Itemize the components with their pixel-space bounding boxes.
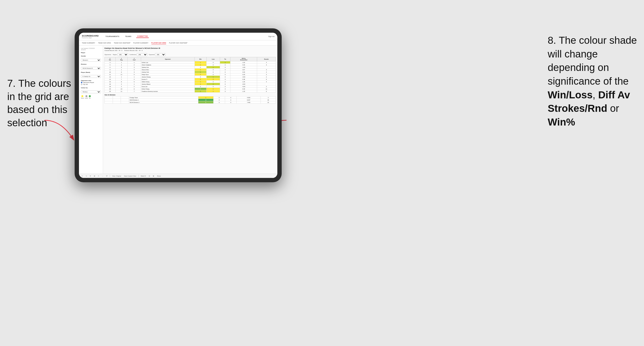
sidebar: Last Updated: 27/03/2024 16:55:38 Player… [79,46,103,173]
filter-conference-label: Conference [130,54,136,55]
legend-down: Down [81,95,84,99]
annotation-right: 8. The colour shade will change dependin… [548,34,639,129]
legend: Down Level Up [81,95,101,99]
col-opponent: Opponent [141,57,194,61]
sidebar-player-rank-label: Player (Rank) [81,72,101,73]
col-conf: #Conf [127,57,141,61]
filter-row: Opponents: Region (All) Conference (All) [104,53,276,56]
logo-area: SCOREBOARD Powered by clippd [82,35,99,38]
table-row: Foreign Team1004.5002 [105,96,276,99]
filter-opponent-label: Opponent [149,54,154,55]
sidebar-player-section: Player [81,52,101,53]
table-row: 1822Euna Lee000-5.002 [105,85,276,88]
table-row: 1621Jessica Mason120-0.94 [105,83,276,85]
col-div: #Div [105,57,116,61]
sidebar-timestamp: Last Updated: 27/03/2024 16:55:38 [81,48,101,50]
sidebar-player-rank-select[interactable]: 8. Katelyn Vo [81,75,101,78]
radio-dot-top100 [81,84,82,85]
table-row: 1474Eunice Yi2200.389 [105,78,276,81]
legend-level: Level [85,95,88,99]
filter-conference-group: Conference (All) [130,53,147,56]
subnav-team-h2h-grid[interactable]: TEAM H2H GRID [98,42,111,44]
sidebar-gender-select[interactable]: Women's Men's [81,59,101,62]
col-reg: #Reg [115,57,127,61]
filter-region-select[interactable]: (All) [118,53,128,56]
nav-committee[interactable]: COMMITTEE [136,35,149,38]
grid-title: Katelyn Vo Head-to-Head Grid for Women's… [104,47,276,49]
toolbar-sep2 [138,175,139,177]
sub-nav: TEAM SUMMARY TEAM H2H GRID TEAM H2H HEAT… [79,40,277,46]
col-rounds: Rounds [257,57,276,61]
filter-region-label: Region [113,54,117,55]
sidebar-division-section: Division NCAA Division III [81,63,101,70]
logo-text: SCOREBOARD [82,35,99,37]
toolbar-refresh[interactable]: ⟳ [89,175,92,177]
nav-sign-out[interactable]: Sign out [268,36,274,37]
radio-opponents-played[interactable]: Opponents Played [81,82,101,83]
main-content: Last Updated: 27/03/2024 16:55:38 Player… [79,46,277,173]
filter-region-group: Region (All) [113,53,128,56]
nav-teams[interactable]: TEAMS [124,35,132,38]
sidebar-division-select[interactable]: NCAA Division III [81,67,101,70]
radio-top100[interactable]: Top 100 [81,84,101,85]
toolbar-icon1[interactable]: ⊡ [148,175,151,177]
h2h-grid-table: #Div #Reg #Conf Opponent Win Loss Tie Di… [104,57,276,93]
col-diff: Diff AvStrokes/Rnd [230,57,257,61]
toolbar-view-original[interactable]: View: Original [112,175,122,177]
toolbar-timer[interactable]: ⏱ [106,175,108,177]
sidebar-opponent-view-section: Opponent view Opponents Played Top 100 [81,80,101,85]
col-win: Win [194,57,206,61]
table-row: 522Alexis Sudjianto1004.003 [105,64,276,66]
filter-conference-select[interactable]: (All) [137,53,147,56]
toolbar-cut[interactable]: ✂ [97,175,100,177]
sidebar-opponent-view-label: Opponent view [81,80,101,81]
sidebar-player-label: Player [81,52,101,53]
table-row: 1585Stella Cheng1001.254 [105,81,276,83]
toolbar-more[interactable]: ··· [101,175,104,177]
filter-opponent-group: Opponent (All) [149,53,166,56]
legend-level-dot [86,95,88,97]
filter-opponent-select[interactable]: (All) [155,53,166,56]
sidebar-division-label: Division [81,63,101,65]
sidebar-gender-label: Gender [81,55,101,57]
subnav-player-h2h-heatmap[interactable]: PLAYER H2H HEATMAP [169,42,187,44]
legend-up-dot [89,95,91,97]
sidebar-colour-by-section: Colour by Win/loss [81,87,101,93]
logo-sub: Powered by clippd [82,37,99,38]
toolbar-save-custom[interactable]: Save Custom View [123,175,137,177]
subnav-player-h2h-grid[interactable]: PLAYER H2H GRID [152,42,166,44]
sidebar-colour-by-label: Colour by [81,87,101,88]
filter-opponents-label: Opponents: [104,54,111,55]
subnav-player-summary[interactable]: PLAYER SUMMARY [133,42,148,44]
nav-right: Sign out [268,36,274,37]
radio-dot-played [81,82,82,83]
grid-overall-record: Overall Record: 353 - 34 - 6 [104,50,122,51]
legend-up: Up [89,95,91,99]
table-row: 633Sydney Kuo010-1.00 [105,66,276,69]
col-loss: Loss [206,57,220,61]
table-row: 20106Emily Chang4100.3011 [105,88,276,90]
toolbar-sep1 [110,175,110,177]
subnav-team-summary[interactable]: TEAM SUMMARY [82,42,95,44]
top-nav: SCOREBOARD Powered by clippd TOURNAMENTS… [79,33,277,40]
toolbar-undo[interactable]: ↩ [81,175,84,177]
table-row: NAIA Division 115009.26730 [105,99,276,101]
sidebar-radio-group: Opponents Played Top 100 [81,82,101,85]
sidebar-player-rank-section: Player (Rank) 8. Katelyn Vo [81,72,101,78]
table-row: 20117Frederica Domecq Lacroze2101.336 [105,90,276,93]
toolbar-share[interactable]: Share [156,175,162,177]
nav-tournaments[interactable]: TOURNAMENTS [104,35,120,38]
table-row: 914Sharon Mun1003.673 [105,69,276,71]
toolbar-grid[interactable]: ⊞ [93,175,96,177]
out-of-division-header: Out of division [104,94,276,96]
sidebar-gender-section: Gender Women's Men's [81,55,101,62]
toolbar-redo[interactable]: ↪ [85,175,88,177]
toolbar-watch[interactable]: Watch ▾ [140,175,146,177]
col-tie: Tie [220,57,230,61]
bottom-toolbar: ↩ ↪ ⟳ ⊞ ✂ ··· ⏱ View: Original Save Cust… [79,173,277,178]
sidebar-colour-by-select[interactable]: Win/loss [81,90,101,93]
table-row: 11115Heejo Hyun1003.333 [105,73,276,76]
grid-division-record: Division Record: 331 - 34 - 6 [124,50,142,51]
subnav-team-h2h-heatmap[interactable]: TEAM H2H HEATMAP [114,42,130,44]
toolbar-icon2[interactable]: ⊠ [152,175,155,177]
